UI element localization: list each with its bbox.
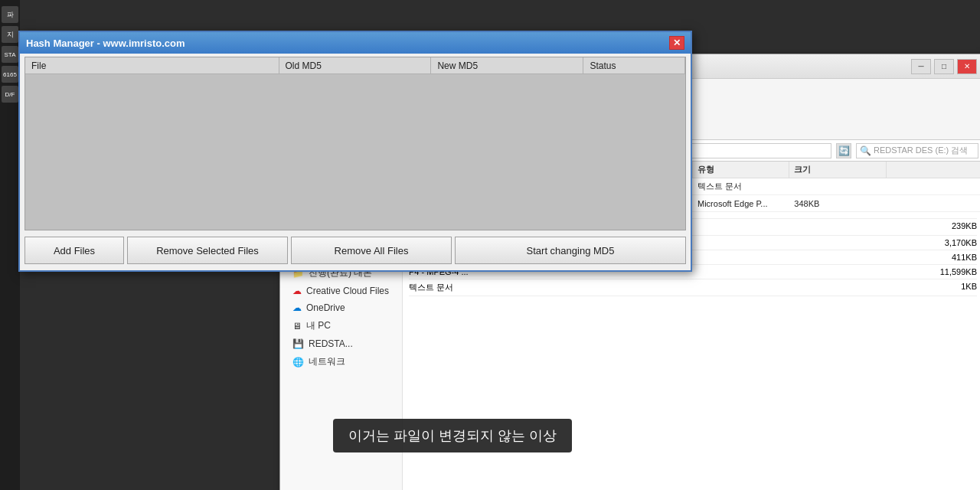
explorer-maximize-button[interactable]: □ (934, 59, 954, 74)
start-changing-md5-button[interactable]: Start changing MD5 (455, 237, 686, 264)
remove-all-button[interactable]: Remove All Files (291, 237, 452, 264)
hash-table-area: File Old MD5 New MD5 Status (24, 57, 686, 230)
hash-dialog-titlebar: Hash Manager - www.imristo.com ✕ (20, 32, 691, 54)
sidebar-item-onedrive[interactable]: ☁ OneDrive (280, 299, 402, 316)
hash-dialog-title: Hash Manager - www.imristo.com (26, 38, 185, 49)
hash-table-body (25, 74, 685, 230)
taskbar-icon-4[interactable]: 6165 (2, 66, 18, 83)
col-extra (887, 162, 980, 178)
explorer-close-button[interactable]: ✕ (957, 59, 977, 74)
hash-col-old-md5: Old MD5 (279, 57, 432, 74)
explorer-minimize-button[interactable]: ─ (911, 59, 931, 74)
search-icon: 🔍 (860, 145, 871, 156)
taskbar-left: 파 지 STA 6165 D/F (0, 0, 20, 490)
file-size-2: 348KB (789, 195, 886, 211)
hash-table-header: File Old MD5 New MD5 Status (25, 57, 685, 74)
hash-buttons-row: Add Files Remove Selected Files Remove A… (20, 234, 691, 270)
sidebar-item-creative-cloud-text: Creative Cloud Files (306, 286, 389, 296)
taskbar-icon-5[interactable]: D/F (2, 86, 18, 103)
sidebar-item-onedrive-label: OneDrive (306, 302, 345, 313)
hash-col-file: File (25, 57, 279, 74)
mypc-icon: 🖥 (292, 321, 302, 332)
search-placeholder: REDSTAR DES (E:) 검색 (874, 145, 968, 156)
file-size-1 (789, 178, 886, 194)
file-extra-1 (887, 178, 980, 194)
taskbar-icon-1[interactable]: 파 (2, 6, 18, 23)
explorer-win-controls: ─ □ ✕ (911, 59, 977, 74)
size-val-3: 11,599KB (693, 265, 977, 279)
size-val-4: 1KB (693, 279, 977, 296)
redstar-icon: 💾 (292, 338, 304, 349)
taskbar-icon-3[interactable]: STA (2, 46, 18, 63)
tooltip-text: 이거는 파일이 변경되지 않는 이상 (348, 428, 557, 443)
sidebar-item-network-label: 네트워크 (309, 355, 345, 368)
size-item-4: 텍스트 문서 (409, 279, 693, 296)
hash-col-new-md5: New MD5 (431, 57, 583, 74)
sidebar-item-creative-cloud[interactable]: ☁ Add Files Creative Cloud Files (280, 283, 402, 299)
creative-cloud-icon: ☁ (292, 286, 302, 296)
remove-selected-button[interactable]: Remove Selected Files (127, 237, 288, 264)
size-val-2: 411KB (693, 250, 977, 265)
col-size: 크기 (789, 162, 886, 178)
add-files-button[interactable]: Add Files (24, 237, 124, 264)
hash-col-status: Status (583, 57, 685, 74)
search-box[interactable]: 🔍 REDSTAR DES (E:) 검색 (856, 143, 978, 158)
taskbar-icon-2[interactable]: 지 (2, 26, 18, 43)
sidebar-item-redstar[interactable]: 💾 REDSTA... (280, 335, 402, 352)
sidebar-item-mypc-label: 내 PC (306, 319, 331, 332)
onedrive-icon: ☁ (292, 302, 302, 313)
hash-dialog-close-button[interactable]: ✕ (669, 36, 684, 50)
col-type: 유형 (693, 162, 789, 178)
hash-manager-dialog: Hash Manager - www.imristo.com ✕ File Ol… (18, 31, 692, 272)
address-refresh-button[interactable]: 🔄 (836, 143, 851, 158)
sidebar-item-network[interactable]: 🌐 네트워크 (280, 352, 402, 371)
file-type-1: 텍스트 문서 (693, 178, 789, 194)
network-icon: 🌐 (292, 357, 304, 368)
file-extra-2 (887, 195, 980, 211)
sidebar-item-redstar-label: REDSTA... (309, 338, 353, 349)
size-val-1: 3,170KB (693, 236, 977, 250)
file-type-2: Microsoft Edge P... (693, 195, 789, 211)
tooltip-overlay: 이거는 파일이 변경되지 않는 이상 (333, 419, 572, 452)
sidebar-item-mypc[interactable]: 🖥 내 PC (280, 316, 402, 335)
size-col-value-0: 239KB (693, 219, 977, 236)
